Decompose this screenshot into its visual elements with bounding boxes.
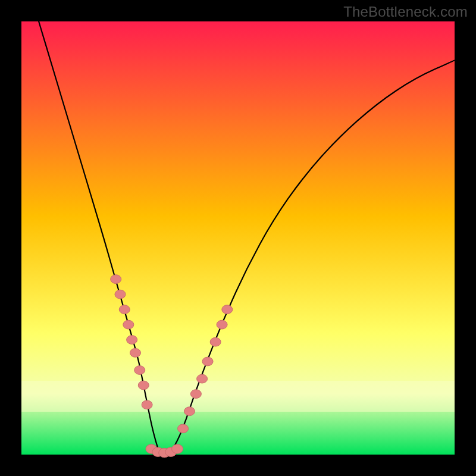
data-marker [217, 320, 227, 329]
data-marker [222, 305, 233, 314]
data-marker [172, 444, 183, 454]
pale-band [21, 381, 455, 412]
data-marker [202, 357, 213, 366]
watermark-text: TheBottleneck.com [343, 4, 468, 20]
data-marker [123, 320, 134, 329]
data-marker [210, 337, 221, 346]
data-marker [115, 290, 126, 299]
bottleneck-chart [0, 0, 476, 476]
data-marker [111, 275, 121, 284]
data-marker [119, 305, 130, 314]
data-marker [130, 349, 140, 358]
chart-frame: TheBottleneck.com [0, 0, 476, 476]
data-marker [127, 336, 137, 345]
data-marker [184, 407, 195, 416]
data-marker [134, 366, 145, 375]
data-marker [178, 424, 189, 433]
data-marker [190, 390, 201, 399]
data-marker [142, 400, 152, 409]
data-marker [197, 374, 208, 383]
data-marker [138, 381, 149, 390]
